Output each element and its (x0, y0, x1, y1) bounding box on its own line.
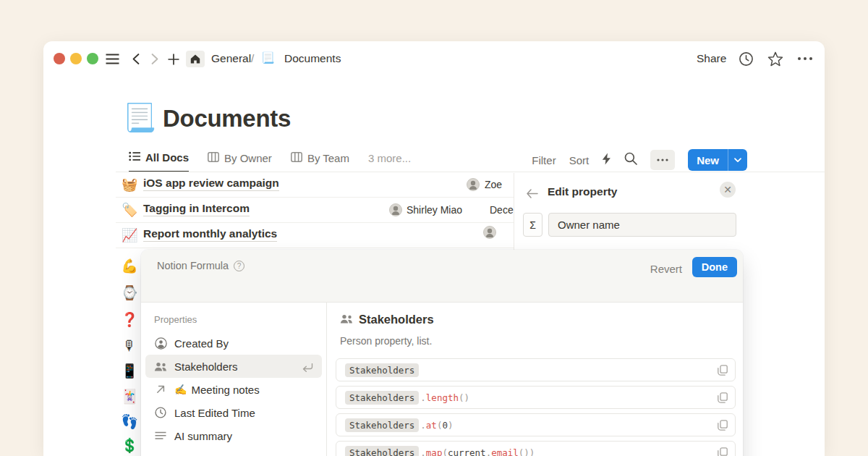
board-view-icon (208, 152, 219, 164)
doc-heading: Stakeholders (340, 313, 434, 326)
page-icon[interactable]: 📃 (123, 102, 156, 133)
person-circle-icon (154, 337, 167, 350)
properties-section-header: Properties (154, 314, 197, 325)
formula-sigma-icon[interactable]: Σ (523, 213, 542, 237)
doc-title: Stakeholders (359, 313, 434, 326)
new-button-group: New (688, 149, 747, 171)
doc-subtitle: Person property, list. (340, 335, 432, 347)
revert-button[interactable]: Revert (650, 259, 682, 279)
title-aa-icon: Aa (154, 454, 167, 456)
copy-icon[interactable] (718, 420, 728, 433)
page-title[interactable]: Documents (163, 105, 291, 132)
code-token: current (448, 447, 486, 456)
search-icon[interactable] (624, 152, 637, 168)
breadcrumb-root[interactable]: General (211, 52, 251, 65)
home-icon[interactable] (186, 51, 205, 67)
enter-return-icon (302, 362, 313, 374)
sort-button[interactable]: Sort (569, 154, 590, 166)
property-label: Name (174, 453, 203, 456)
new-dropdown-chevron[interactable] (728, 149, 747, 171)
formula-editor-title: Notion Formula ? (157, 260, 244, 271)
board-view-icon (291, 152, 302, 164)
more-options-icon[interactable] (797, 56, 813, 61)
tab-more-views[interactable]: 3 more... (368, 148, 411, 172)
done-button[interactable]: Done (692, 257, 737, 277)
property-label: AI summary (174, 430, 232, 442)
documents-table: 🧺 iOS app review campaign Zoe 🏷️ Tagging… (116, 172, 514, 259)
relation-arrow-icon (154, 384, 167, 394)
formula-example[interactable]: Stakeholders (336, 358, 736, 381)
automation-bolt-icon[interactable] (602, 153, 611, 168)
formula-editor-header[interactable]: Notion Formula ? Revert Done (141, 250, 743, 303)
formula-example[interactable]: Stakeholders . map ( current . email ()) (336, 441, 736, 456)
tab-label: By Team (307, 152, 349, 164)
back-icon[interactable] (131, 53, 140, 65)
new-page-icon[interactable] (168, 54, 179, 65)
property-item-ai-summary[interactable]: AI summary (141, 424, 326, 447)
properties-sidebar: Properties Created By Stakeholders (141, 303, 327, 456)
row-icon: 🃏 (119, 388, 140, 405)
help-icon[interactable]: ? (234, 261, 244, 271)
panel-title: Edit property (548, 185, 617, 198)
code-token: ( (442, 447, 448, 456)
property-item-name[interactable]: Aa Name (141, 447, 326, 456)
formula-example[interactable]: Stakeholders . length () (336, 386, 736, 409)
table-row[interactable]: 🏷️ Tagging in Intercom Shirley Miao Dece (116, 198, 514, 223)
code-token: . (420, 447, 426, 456)
date-cell: Dece (490, 204, 514, 216)
property-item-stakeholders[interactable]: Stakeholders (145, 355, 322, 378)
close-icon[interactable]: ✕ (720, 182, 736, 198)
formula-editor-body: Properties Created By Stakeholders (141, 303, 743, 456)
formula-example[interactable]: Stakeholders . at ( 0 ) (336, 413, 736, 436)
favorite-star-icon[interactable] (767, 51, 783, 67)
row-icon: 🧺 (122, 177, 137, 193)
copy-icon[interactable] (718, 392, 728, 405)
code-token: length (426, 392, 459, 403)
row-title[interactable]: Tagging in Intercom (143, 202, 250, 216)
forward-icon[interactable] (150, 53, 160, 65)
new-button[interactable]: New (688, 149, 728, 171)
row-title[interactable]: Report monthly analytics (143, 227, 277, 242)
property-item-created-by[interactable]: Created By (141, 332, 326, 355)
code-token: () (459, 392, 469, 403)
code-token: email (491, 447, 519, 456)
row-icon: ❓ (119, 311, 140, 329)
property-chip: Stakeholders (345, 446, 419, 456)
row-icon: ⌚ (119, 284, 140, 302)
property-label: Created By (174, 337, 229, 350)
row-icon: 💲 (119, 437, 140, 455)
filter-button[interactable]: Filter (532, 154, 556, 166)
copy-icon[interactable] (718, 447, 728, 456)
text-lines-icon (154, 431, 167, 440)
tab-all-docs[interactable]: All Docs (129, 148, 189, 172)
close-window-button[interactable] (54, 53, 65, 64)
minimize-window-button[interactable] (70, 53, 82, 64)
tab-by-owner[interactable]: By Owner (208, 148, 272, 172)
avatar (467, 178, 480, 191)
property-item-last-edited-time[interactable]: Last Edited Time (141, 401, 326, 424)
formula-examples: Stakeholders Stakeholders . length () (336, 358, 736, 456)
table-row[interactable]: 🧺 iOS app review campaign Zoe (116, 172, 514, 198)
table-row[interactable]: 📈 Report monthly analytics (116, 223, 514, 248)
page-emoji: ✍️ (174, 384, 187, 395)
breadcrumb-separator: / (251, 52, 254, 65)
property-name-input[interactable]: Owner name (548, 213, 736, 237)
breadcrumb-current[interactable]: Documents (284, 52, 341, 65)
row-icon: 💪 (119, 258, 140, 275)
tab-label: By Owner (224, 152, 272, 164)
sidebar-menu-icon[interactable] (106, 54, 119, 64)
code-token: ( (437, 420, 443, 431)
view-settings-icon[interactable] (650, 150, 675, 170)
row-icon: 🎙 (119, 337, 140, 355)
row-icon: 🏷️ (122, 202, 137, 218)
share-button[interactable]: Share (697, 52, 726, 65)
code-token: ) (448, 420, 454, 431)
row-title[interactable]: iOS app review campaign (143, 177, 279, 191)
property-item-meeting-notes[interactable]: ✍️ Meeting notes (141, 378, 326, 401)
people-icon (340, 313, 353, 326)
zoom-window-button[interactable] (87, 53, 98, 64)
history-clock-icon[interactable] (739, 51, 754, 67)
back-arrow-icon[interactable] (526, 188, 538, 201)
tab-by-team[interactable]: By Team (291, 148, 349, 172)
copy-icon[interactable] (718, 365, 728, 378)
